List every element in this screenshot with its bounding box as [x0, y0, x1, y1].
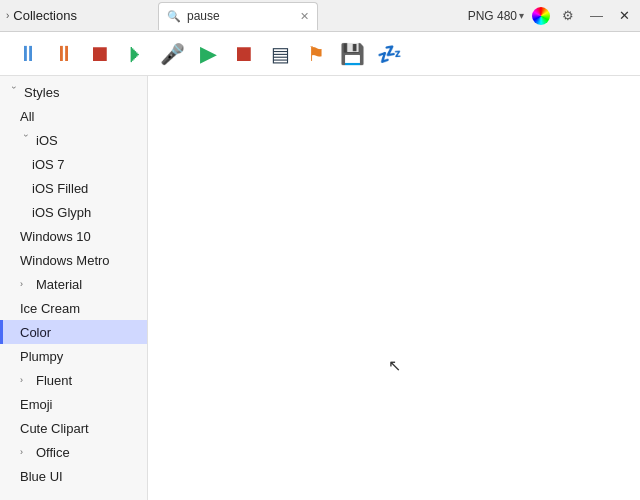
collections-title[interactable]: Collections: [13, 8, 77, 23]
sidebar-item-ios-filled[interactable]: iOS Filled: [0, 176, 147, 200]
styles-chevron-icon: ›: [9, 86, 19, 98]
tab-close-button[interactable]: ✕: [300, 10, 309, 23]
sidebar-item-ice-cream[interactable]: Ice Cream: [0, 296, 147, 320]
ios-label: iOS: [36, 133, 58, 148]
stop-icon[interactable]: ⏹: [228, 38, 260, 70]
save-icon[interactable]: 💾: [336, 38, 368, 70]
png-text: PNG 480: [468, 9, 517, 23]
close-button[interactable]: ✕: [615, 6, 634, 25]
material-chevron-icon: ›: [20, 279, 32, 289]
toolbar: ⏸ ⏸ ⏹ ⏵ 🎤 ▶ ⏹ ▤ ⚑ 💾 💤: [0, 32, 640, 76]
pause-filled-icon[interactable]: ⏸: [48, 38, 80, 70]
cute-clipart-label: Cute Clipart: [20, 421, 89, 436]
ice-cream-label: Ice Cream: [20, 301, 80, 316]
format-label[interactable]: PNG 480 ▾: [468, 9, 524, 23]
color-label: Color: [20, 325, 51, 340]
sidebar: › Styles All › iOS iOS 7 iOS Filled iOS …: [0, 76, 148, 500]
minimize-button[interactable]: —: [586, 6, 607, 25]
search-icon: 🔍: [167, 10, 181, 23]
content-area: ↖: [148, 76, 640, 500]
pause-outline-icon[interactable]: ⏸: [12, 38, 44, 70]
sidebar-item-office[interactable]: › Office: [0, 440, 147, 464]
material-label: Material: [36, 277, 82, 292]
ios-chevron-icon: ›: [21, 134, 31, 146]
sidebar-item-windows10[interactable]: Windows 10: [0, 224, 147, 248]
sidebar-item-ios7[interactable]: iOS 7: [0, 152, 147, 176]
sidebar-item-styles[interactable]: › Styles: [0, 80, 147, 104]
sidebar-item-all[interactable]: All: [0, 104, 147, 128]
ios7-label: iOS 7: [32, 157, 65, 172]
list-icon[interactable]: ▤: [264, 38, 296, 70]
main-area: › Styles All › iOS iOS 7 iOS Filled iOS …: [0, 76, 640, 500]
ios-filled-label: iOS Filled: [32, 181, 88, 196]
all-label: All: [20, 109, 34, 124]
flag-icon[interactable]: ⚑: [300, 38, 332, 70]
sidebar-item-ios-glyph[interactable]: iOS Glyph: [0, 200, 147, 224]
sidebar-item-color[interactable]: Color: [0, 320, 147, 344]
cursor-indicator: ↖: [388, 356, 401, 375]
collections-section: › Collections: [6, 8, 154, 23]
zzz-icon[interactable]: 💤: [372, 38, 404, 70]
title-bar-right: PNG 480 ▾ ⚙ — ✕: [468, 6, 634, 25]
pause-square-icon[interactable]: ⏹: [84, 38, 116, 70]
fluent-label: Fluent: [36, 373, 72, 388]
windows10-label: Windows 10: [20, 229, 91, 244]
search-tab[interactable]: 🔍 pause ✕: [158, 2, 318, 30]
ios-glyph-label: iOS Glyph: [32, 205, 91, 220]
sidebar-item-cute-clipart[interactable]: Cute Clipart: [0, 416, 147, 440]
sidebar-item-material[interactable]: › Material: [0, 272, 147, 296]
sidebar-item-blue-ui[interactable]: Blue UI: [0, 464, 147, 488]
play-circle-icon[interactable]: ▶: [192, 38, 224, 70]
sidebar-item-plumpy[interactable]: Plumpy: [0, 344, 147, 368]
settings-button[interactable]: ⚙: [558, 6, 578, 25]
pause-play-icon[interactable]: ⏵: [120, 38, 152, 70]
fluent-chevron-icon: ›: [20, 375, 32, 385]
office-label: Office: [36, 445, 70, 460]
blue-ui-label: Blue UI: [20, 469, 63, 484]
sidebar-item-ios[interactable]: › iOS: [0, 128, 147, 152]
sidebar-item-fluent[interactable]: › Fluent: [0, 368, 147, 392]
format-dropdown-icon: ▾: [519, 10, 524, 21]
sidebar-item-emoji[interactable]: Emoji: [0, 392, 147, 416]
microphone-icon[interactable]: 🎤: [156, 38, 188, 70]
title-bar: › Collections 🔍 pause ✕ PNG 480 ▾ ⚙ — ✕: [0, 0, 640, 32]
color-wheel-icon[interactable]: [532, 7, 550, 25]
plumpy-label: Plumpy: [20, 349, 63, 364]
emoji-label: Emoji: [20, 397, 53, 412]
search-tab-text: pause: [187, 9, 294, 23]
office-chevron-icon: ›: [20, 447, 32, 457]
sidebar-item-windows-metro[interactable]: Windows Metro: [0, 248, 147, 272]
collections-chevron-icon: ›: [6, 10, 9, 21]
windows-metro-label: Windows Metro: [20, 253, 110, 268]
styles-label: Styles: [24, 85, 59, 100]
